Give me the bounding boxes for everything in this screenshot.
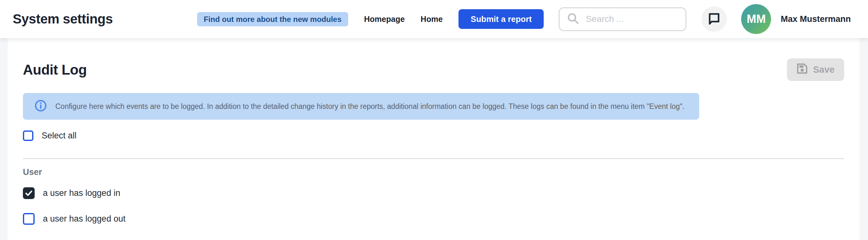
- checkbox-row-user-logged-out[interactable]: a user has logged out: [23, 213, 126, 225]
- main-nav: Homepage Home Submit a report: [364, 9, 544, 29]
- info-banner: Configure here which events are to be lo…: [23, 93, 699, 120]
- content-card: Audit Log Save Co: [8, 38, 860, 240]
- speech-bubble-icon: [707, 11, 721, 27]
- save-button-label: Save: [813, 64, 835, 75]
- info-circle-icon: [34, 99, 47, 113]
- group-label-user: User: [23, 167, 844, 177]
- section-divider: [23, 158, 844, 159]
- select-all-checkbox[interactable]: [23, 131, 33, 141]
- search-icon: [566, 12, 579, 26]
- page-head: Audit Log Save: [23, 59, 844, 81]
- logged-out-checkbox[interactable]: [23, 213, 35, 225]
- logged-out-label: a user has logged out: [43, 214, 126, 224]
- nav-homepage-link[interactable]: Homepage: [364, 14, 405, 24]
- checkbox-row-user-logged-in[interactable]: a user has logged in: [23, 187, 120, 199]
- nav-home-link[interactable]: Home: [421, 14, 442, 24]
- search-input[interactable]: [586, 14, 679, 24]
- select-all-label: Select all: [42, 131, 76, 141]
- avatar[interactable]: MM: [741, 4, 771, 34]
- floppy-disk-icon: [797, 63, 808, 76]
- user-name[interactable]: Max Mustermann: [781, 14, 851, 24]
- top-header: System settings Find out more about the …: [0, 0, 868, 38]
- search-box[interactable]: [559, 7, 686, 31]
- app-root: System settings Find out more about the …: [0, 0, 868, 240]
- chat-button[interactable]: [702, 6, 727, 32]
- logged-in-label: a user has logged in: [43, 188, 120, 198]
- new-modules-badge[interactable]: Find out more about the new modules: [197, 12, 348, 26]
- logged-in-checkbox[interactable]: [23, 187, 35, 199]
- select-all-row[interactable]: Select all: [23, 131, 76, 141]
- app-title: System settings: [13, 11, 113, 27]
- save-button[interactable]: Save: [787, 59, 844, 81]
- submit-report-button[interactable]: Submit a report: [459, 9, 544, 29]
- section-title: Audit Log: [23, 62, 87, 78]
- info-banner-text: Configure here which events are to be lo…: [55, 102, 685, 111]
